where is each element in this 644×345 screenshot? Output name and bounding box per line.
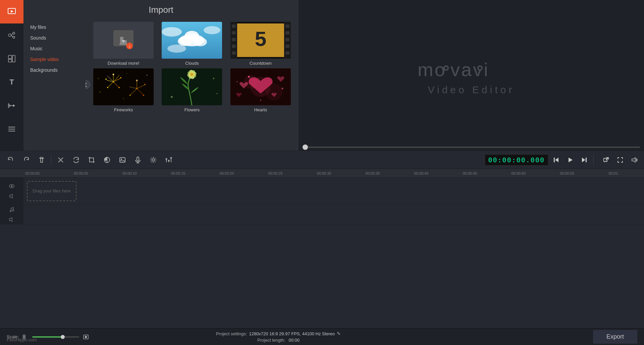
- sidebar-item-titles[interactable]: T: [0, 70, 23, 94]
- svg-point-92: [236, 81, 238, 82]
- svg-marker-131: [9, 218, 12, 222]
- volume-button[interactable]: [628, 154, 641, 166]
- undo-button[interactable]: [3, 153, 18, 167]
- preview-scrubber-thumb[interactable]: [303, 145, 308, 150]
- delete-button[interactable]: [34, 153, 49, 167]
- scale-thumb[interactable]: [61, 335, 65, 339]
- svg-point-28: [162, 27, 182, 37]
- project-settings-edit-icon[interactable]: ✎: [337, 331, 341, 336]
- ruler-mark: 00:00:45: [463, 171, 477, 175]
- import-category-samplevideo[interactable]: Sample video: [23, 54, 86, 65]
- track-audio-button[interactable]: [8, 192, 16, 200]
- toolbar-right: 00:00:00.000: [485, 154, 641, 166]
- audio-volume-button[interactable]: [8, 216, 16, 224]
- export-button[interactable]: Export: [593, 330, 637, 344]
- svg-point-90: [281, 88, 283, 90]
- svg-rect-121: [586, 158, 587, 162]
- svg-rect-9: [8, 59, 12, 62]
- fireworks-label: Fireworks: [114, 107, 133, 112]
- redo-button[interactable]: [19, 153, 34, 167]
- sidebar-item-import[interactable]: [0, 0, 23, 23]
- ruler-mark: 00:00:35: [366, 171, 380, 175]
- svg-point-67: [144, 84, 146, 85]
- svg-point-3: [13, 32, 15, 34]
- project-settings-value: 1280x720 16:9 29.97 FPS, 44100 Hz Stereo: [249, 331, 335, 336]
- audio-record-button[interactable]: [130, 153, 145, 167]
- drag-drop-zone[interactable]: Drag your files here: [27, 181, 76, 201]
- hearts-thumb: [230, 68, 291, 105]
- svg-rect-106: [120, 158, 125, 162]
- hearts-label: Hearts: [254, 107, 267, 112]
- svg-rect-46: [93, 68, 154, 105]
- svg-marker-1: [11, 10, 13, 13]
- media-item-clouds[interactable]: Clouds: [159, 22, 225, 66]
- cut-button[interactable]: [53, 153, 68, 167]
- skip-forward-button[interactable]: [578, 154, 591, 166]
- media-item-download[interactable]: ↓ Download more!: [91, 22, 156, 66]
- svg-point-91: [260, 100, 261, 101]
- countdown-thumb: 5: [230, 22, 291, 59]
- ruler-mark: 00:01:: [608, 171, 619, 175]
- sidebar-item-edit[interactable]: [0, 47, 23, 70]
- audio-note-icon[interactable]: [8, 206, 16, 214]
- settings-button[interactable]: [146, 153, 161, 167]
- svg-marker-125: [632, 158, 635, 162]
- sidebar-item-transitions[interactable]: [0, 94, 23, 117]
- download-label: Download more!: [108, 61, 140, 66]
- sidebar-item-filters[interactable]: [0, 117, 23, 141]
- image-button[interactable]: [115, 153, 130, 167]
- import-category-sounds[interactable]: Sounds: [23, 33, 86, 43]
- preview-scrubber[interactable]: [303, 147, 640, 148]
- media-item-countdown[interactable]: 5 Countdown: [228, 22, 293, 66]
- svg-rect-20: [119, 44, 127, 45]
- top-area: T Import My files Sounds Music Samp: [0, 0, 644, 151]
- import-category-music[interactable]: Music: [23, 43, 86, 54]
- skip-back-button[interactable]: [550, 154, 562, 166]
- track-visibility-button[interactable]: [8, 182, 16, 190]
- equalizer-button[interactable]: [161, 153, 176, 167]
- ruler-mark: 00:00:10: [122, 171, 137, 175]
- rotate-button[interactable]: [69, 153, 84, 167]
- media-item-hearts[interactable]: Hearts: [228, 68, 293, 112]
- scale-fill: [32, 336, 63, 338]
- svg-text:↓: ↓: [128, 43, 131, 49]
- import-grid-area[interactable]: ❮ ↓: [86, 18, 299, 151]
- svg-point-82: [171, 96, 173, 98]
- ruler-mark: 00:00:25: [268, 171, 283, 175]
- media-item-flowers[interactable]: Flowers: [159, 68, 225, 112]
- svg-point-4: [13, 36, 15, 38]
- sidebar-item-effects[interactable]: [0, 23, 23, 47]
- import-category-myfiles[interactable]: My files: [23, 22, 86, 33]
- svg-line-6: [11, 35, 13, 37]
- play-button[interactable]: [564, 154, 577, 166]
- toolbar: 00:00:00.000: [0, 151, 644, 169]
- svg-rect-108: [137, 157, 139, 161]
- import-category-backgrounds[interactable]: Backgrounds: [23, 65, 86, 75]
- svg-point-71: [123, 98, 124, 99]
- ruler-mark: 00:00:30: [317, 171, 331, 175]
- svg-point-130: [12, 210, 14, 211]
- fullscreen-button[interactable]: [614, 154, 627, 166]
- svg-marker-11: [13, 104, 15, 107]
- external-preview-button[interactable]: [600, 154, 612, 166]
- video-track-row: Drag your files here: [0, 178, 644, 205]
- crop-button[interactable]: [84, 153, 99, 167]
- sidebar-icons: T: [0, 0, 23, 151]
- media-item-fireworks[interactable]: Fireworks: [91, 68, 156, 112]
- svg-rect-35: [232, 31, 236, 35]
- svg-rect-34: [232, 24, 236, 28]
- svg-point-89: [248, 76, 250, 78]
- svg-rect-43: [285, 51, 289, 55]
- audio-track-content[interactable]: [23, 205, 644, 224]
- svg-marker-120: [569, 158, 573, 162]
- svg-point-29: [204, 26, 220, 34]
- collapse-panel-button[interactable]: ❮: [86, 80, 90, 89]
- svg-line-5: [11, 34, 13, 35]
- countdown-label: Countdown: [250, 61, 272, 66]
- video-track-content[interactable]: Drag your files here: [23, 178, 644, 204]
- svg-text:mo: mo: [418, 59, 446, 80]
- scale-max-button[interactable]: [82, 333, 90, 341]
- scale-slider[interactable]: [32, 336, 79, 338]
- svg-point-69: [129, 95, 131, 96]
- color-button[interactable]: [100, 153, 114, 167]
